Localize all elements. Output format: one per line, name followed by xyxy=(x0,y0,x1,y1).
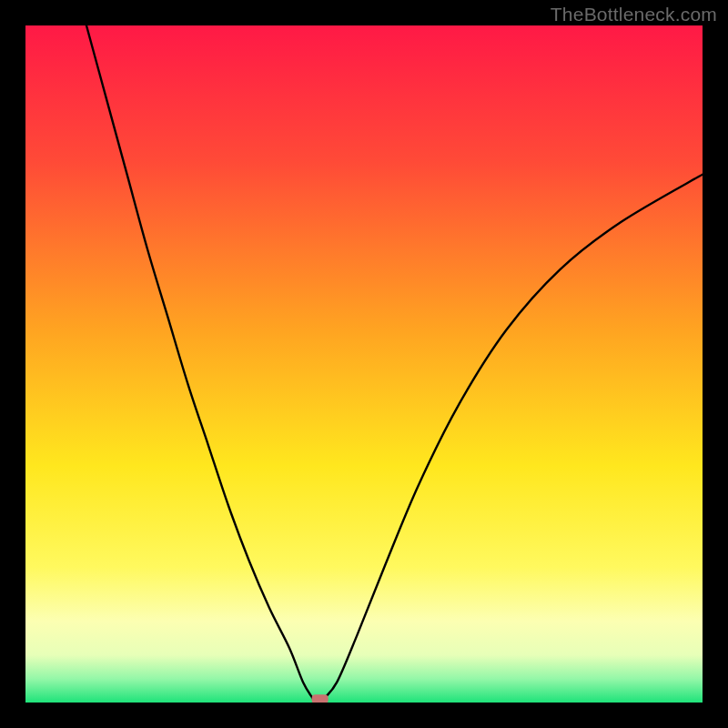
bottleneck-chart xyxy=(25,25,703,703)
plot-area xyxy=(25,25,703,703)
minimum-marker xyxy=(312,694,329,703)
watermark-text: TheBottleneck.com xyxy=(551,4,717,25)
chart-frame: TheBottleneck.com xyxy=(0,0,728,728)
gradient-background xyxy=(25,25,703,703)
